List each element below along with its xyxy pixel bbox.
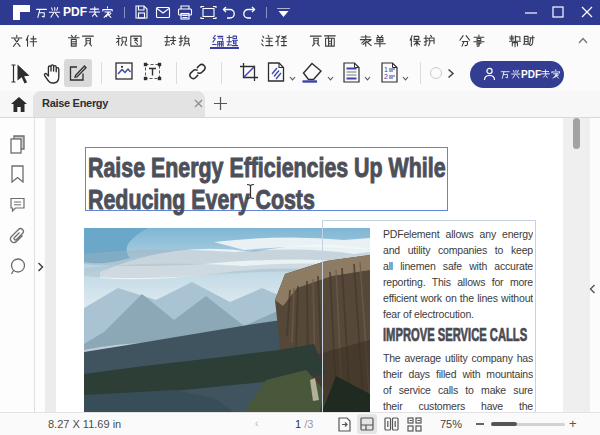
- svg-text:1: 1: [384, 66, 388, 73]
- svg-text:2: 2: [384, 73, 388, 80]
